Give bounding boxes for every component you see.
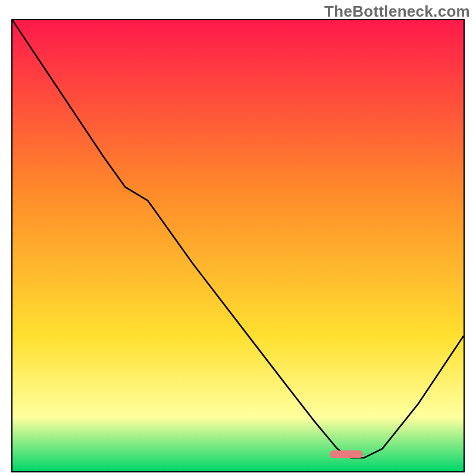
chart-frame bbox=[11, 19, 465, 472]
optimal-marker bbox=[330, 450, 362, 458]
watermark-text: TheBottleneck.com bbox=[324, 2, 470, 21]
bottleneck-curve bbox=[12, 20, 464, 471]
